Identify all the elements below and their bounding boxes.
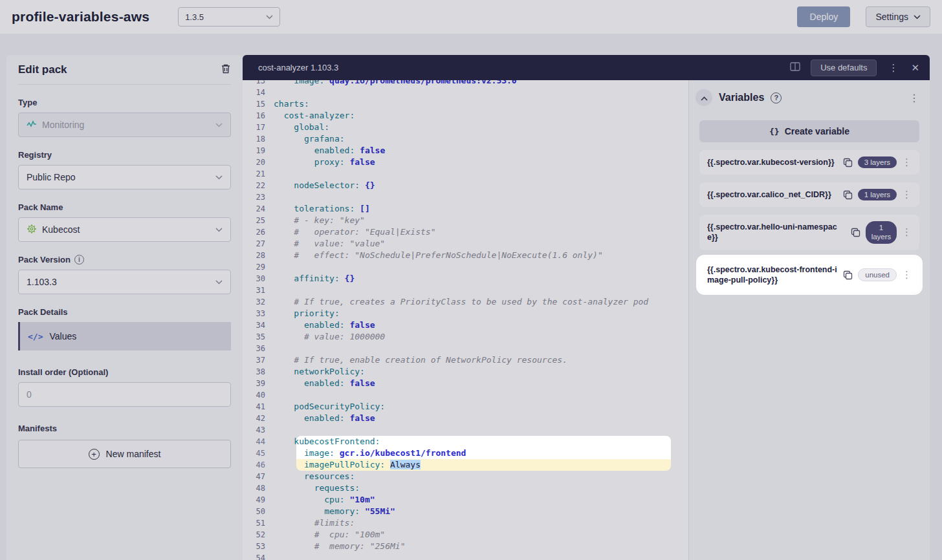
code-line[interactable]: 49 cpu: "10m": [243, 494, 688, 506]
line-text: # memory: "256Mi": [274, 541, 406, 552]
code-line[interactable]: 45 image: gcr.io/kubecost1/frontend: [243, 447, 688, 459]
pack-version-select[interactable]: 1.103.3: [18, 270, 231, 294]
code-line[interactable]: 42 enabled: false: [243, 413, 688, 424]
code-icon: </>: [28, 332, 43, 341]
code-line[interactable]: 50 memory: "55Mi": [243, 506, 688, 517]
line-number: 43: [243, 424, 274, 436]
line-text: enabled: false: [274, 413, 375, 424]
code-line[interactable]: 36: [243, 343, 688, 354]
code-line[interactable]: 32 # If true, creates a PriorityClass to…: [243, 296, 688, 308]
variable-card[interactable]: {{.spectro.var.kubecost-version}}3 layer…: [699, 150, 919, 175]
variable-menu-icon[interactable]: ⋮: [902, 156, 912, 168]
line-text: #limits:: [274, 517, 355, 529]
type-select[interactable]: Monitoring: [18, 113, 231, 137]
code-line[interactable]: 30 affinity: {}: [243, 273, 688, 285]
code-line[interactable]: 19 enabled: false: [243, 145, 688, 156]
code-line[interactable]: 13 image: quay.io/prometheus/prometheus:…: [243, 80, 688, 87]
code-line[interactable]: 53 # memory: "256Mi": [243, 541, 688, 552]
use-defaults-button[interactable]: Use defaults: [811, 59, 877, 76]
code-line[interactable]: 26 # operator: "Equal|Exists": [243, 226, 688, 238]
copy-icon[interactable]: [843, 270, 853, 280]
editor-menu-icon[interactable]: ⋮: [887, 62, 899, 74]
line-text: # effect: "NoSchedule|PreferNoSchedule|N…: [274, 250, 603, 261]
registry-value: Public Repo: [27, 172, 76, 182]
variable-menu-icon[interactable]: ⋮: [902, 226, 912, 238]
variables-header: Variables ? ⋮: [689, 80, 930, 115]
copy-icon[interactable]: [851, 228, 860, 237]
code-line[interactable]: 46 imagePullPolicy: Always: [243, 459, 688, 471]
code-line[interactable]: 24 tolerations: []: [243, 203, 688, 215]
variable-card[interactable]: {{.spectro.var.calico_net_CIDR}}1 layers…: [699, 182, 919, 207]
code-line[interactable]: 35 # value: 1000000: [243, 331, 688, 343]
top-bar-actions: Deploy Settings: [797, 6, 930, 27]
code-line[interactable]: 39 enabled: false: [243, 378, 688, 389]
code-line[interactable]: 28 # effect: "NoSchedule|PreferNoSchedul…: [243, 250, 688, 261]
variable-card[interactable]: {{.spectro.var.hello-uni-namespace}}1 la…: [699, 215, 919, 250]
pack-name-select[interactable]: Kubecost: [18, 217, 231, 242]
code-line[interactable]: 29: [243, 261, 688, 273]
code-line[interactable]: 51 #limits:: [243, 517, 688, 529]
code-line[interactable]: 37 # If true, enable creation of Network…: [243, 354, 688, 366]
code-line[interactable]: 43: [243, 424, 688, 436]
code-line[interactable]: 17 global:: [243, 122, 688, 133]
code-line[interactable]: 21: [243, 168, 688, 180]
code-line[interactable]: 31: [243, 285, 688, 296]
delete-pack-button[interactable]: [221, 63, 231, 76]
variables-menu-icon[interactable]: ⋮: [905, 91, 923, 105]
code-line[interactable]: 40: [243, 389, 688, 401]
variable-menu-icon[interactable]: ⋮: [902, 189, 912, 200]
collapse-panel-button[interactable]: [696, 89, 712, 106]
code-line[interactable]: 52 # cpu: "100m": [243, 529, 688, 541]
line-number: 45: [243, 447, 274, 459]
code-line[interactable]: 25 # - key: "key": [243, 215, 688, 226]
code-line[interactable]: 34 enabled: false: [243, 319, 688, 331]
code-line[interactable]: 16 cost-analyzer:: [243, 110, 688, 122]
install-order-input[interactable]: [18, 382, 231, 407]
code-line[interactable]: 33 priority:: [243, 308, 688, 319]
registry-label: Registry: [18, 150, 231, 160]
variable-usage-badge: 1 layers: [858, 189, 897, 200]
pack-details-values-item[interactable]: </> Values: [18, 322, 231, 350]
code-line[interactable]: 23: [243, 191, 688, 203]
code-line[interactable]: 47 resources:: [243, 471, 688, 482]
chevron-down-icon: [215, 280, 223, 285]
code-line[interactable]: 27 # value: "value": [243, 238, 688, 250]
close-icon[interactable]: ✕: [910, 62, 921, 74]
line-number: 18: [243, 133, 274, 145]
chevron-down-icon: [215, 175, 223, 180]
code-line[interactable]: 14: [243, 87, 688, 98]
new-manifest-button[interactable]: + New manifest: [18, 440, 231, 468]
code-lines: 13 image: quay.io/prometheus/prometheus:…: [243, 80, 688, 560]
profile-title: profile-variables-aws: [12, 9, 149, 25]
deploy-button[interactable]: Deploy: [797, 6, 850, 27]
code-line[interactable]: 54: [243, 552, 688, 560]
code-line[interactable]: 41 podSecurityPolicy:: [243, 401, 688, 413]
registry-select[interactable]: Public Repo: [18, 165, 231, 189]
line-text: grafana:: [274, 133, 345, 145]
copy-icon[interactable]: [843, 190, 853, 200]
code-line[interactable]: 48 requests:: [243, 482, 688, 494]
top-bar: profile-variables-aws 1.3.5 Deploy Setti…: [0, 0, 942, 34]
code-line[interactable]: 44 kubecostFrontend:: [243, 436, 688, 447]
line-number: 49: [243, 494, 274, 506]
create-variable-button[interactable]: {} Create variable: [699, 120, 919, 142]
profile-version-select[interactable]: 1.3.5: [178, 7, 280, 27]
settings-button[interactable]: Settings: [866, 6, 930, 27]
code-line[interactable]: 18 grafana:: [243, 133, 688, 145]
copy-icon[interactable]: [843, 158, 853, 167]
code-line[interactable]: 15charts:: [243, 98, 688, 110]
line-number: 15: [243, 98, 274, 110]
variables-title: Variables: [719, 92, 764, 103]
line-number: 50: [243, 506, 274, 517]
trash-icon: [221, 63, 231, 76]
variable-menu-icon[interactable]: ⋮: [902, 269, 912, 281]
code-line[interactable]: 38 networkPolicy:: [243, 366, 688, 378]
code-editor[interactable]: 13 image: quay.io/prometheus/prometheus:…: [243, 80, 688, 560]
code-line[interactable]: 20 proxy: false: [243, 156, 688, 168]
help-icon[interactable]: ?: [771, 92, 782, 103]
line-text: nodeSelector: {}: [274, 180, 375, 191]
code-line[interactable]: 22 nodeSelector: {}: [243, 180, 688, 191]
variable-card[interactable]: {{.spectro.var.kubecost-frontend-image-p…: [699, 258, 919, 292]
line-number: 16: [243, 110, 274, 122]
split-view-button[interactable]: [790, 62, 800, 73]
